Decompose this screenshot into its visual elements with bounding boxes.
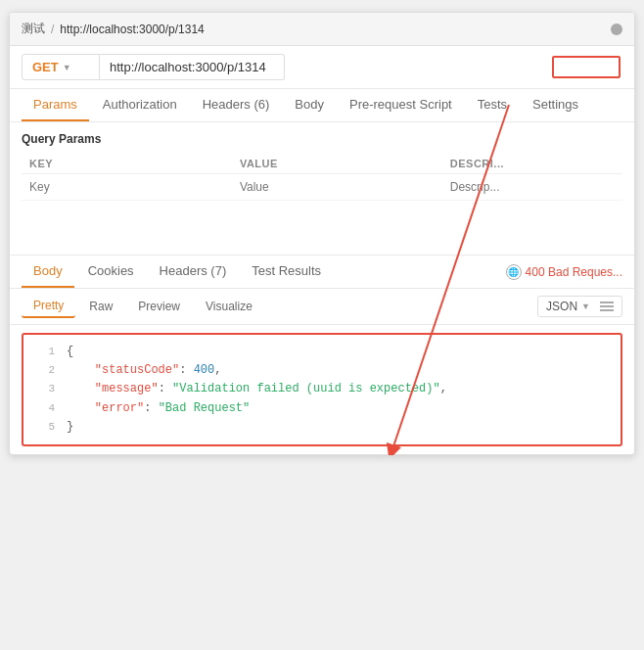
view-tab-raw[interactable]: Raw xyxy=(77,296,124,317)
status-badge: 🌐 400 Bad Reques... xyxy=(506,264,622,280)
globe-icon: 🌐 xyxy=(506,264,522,280)
tab-params[interactable]: Params xyxy=(22,89,89,121)
resp-tab-body[interactable]: Body xyxy=(22,255,74,288)
method-label: GET xyxy=(32,60,59,74)
view-tab-visualize[interactable]: Visualize xyxy=(194,296,264,317)
response-section: Body Cookies Headers (7) Test Results 🌐 … xyxy=(10,255,634,446)
tab-headers[interactable]: Headers (6) xyxy=(191,89,282,121)
request-tabs: Params Authorization Headers (6) Body Pr… xyxy=(10,89,634,122)
breadcrumb-label: 测试 xyxy=(22,21,45,37)
view-tab-pretty[interactable]: Pretty xyxy=(22,295,75,318)
code-line-1: 1 { xyxy=(23,343,621,361)
status-text: 400 Bad Reques... xyxy=(526,265,622,279)
chevron-down-icon: ▼ xyxy=(581,302,590,311)
table-row xyxy=(22,174,622,201)
spacer xyxy=(10,201,634,255)
resp-tab-cookies[interactable]: Cookies xyxy=(76,255,146,288)
col-header-desc: DESCRI... xyxy=(442,154,622,174)
view-tab-preview[interactable]: Preview xyxy=(126,296,192,317)
format-dropdown[interactable]: JSON ▼ xyxy=(537,296,622,317)
tab-authorization[interactable]: Authorization xyxy=(91,89,189,121)
col-header-key: KEY xyxy=(22,154,232,174)
value-input[interactable] xyxy=(240,180,435,194)
url-highlight-annotation xyxy=(552,56,621,78)
title-url: http://localhost:3000/p/1314 xyxy=(60,23,204,36)
lines-icon xyxy=(600,302,614,311)
query-params-title: Query Params xyxy=(22,132,622,146)
window-control[interactable] xyxy=(611,23,622,35)
tab-body[interactable]: Body xyxy=(283,89,336,121)
format-label: JSON xyxy=(546,300,577,313)
resp-tab-headers[interactable]: Headers (7) xyxy=(148,255,239,288)
key-input[interactable] xyxy=(29,180,224,194)
resp-tab-testresults[interactable]: Test Results xyxy=(240,255,333,288)
tab-prerequest[interactable]: Pre-request Script xyxy=(338,89,464,121)
breadcrumb-separator: / xyxy=(51,23,54,36)
response-tabs: Body Cookies Headers (7) Test Results 🌐 … xyxy=(10,255,634,289)
code-line-5: 5 } xyxy=(23,418,621,437)
tab-tests[interactable]: Tests xyxy=(466,89,519,121)
response-code-block: 1 { 2 "statusCode": 400, 3 "message": "V… xyxy=(22,333,622,446)
desc-input[interactable] xyxy=(450,180,615,194)
params-section: Query Params KEY VALUE DESCRI... xyxy=(10,122,634,201)
url-input[interactable] xyxy=(100,54,285,80)
tab-settings[interactable]: Settings xyxy=(521,89,590,121)
response-body-tabs: Pretty Raw Preview Visualize JSON ▼ xyxy=(10,289,634,325)
code-line-3: 3 "message": "Validation failed (uuid is… xyxy=(23,380,621,398)
code-line-2: 2 "statusCode": 400, xyxy=(23,361,621,380)
method-dropdown[interactable]: GET ▼ xyxy=(22,54,100,80)
col-header-value: VALUE xyxy=(232,154,442,174)
chevron-down-icon: ▼ xyxy=(63,63,71,72)
code-line-4: 4 "error": "Bad Request" xyxy=(23,399,621,418)
